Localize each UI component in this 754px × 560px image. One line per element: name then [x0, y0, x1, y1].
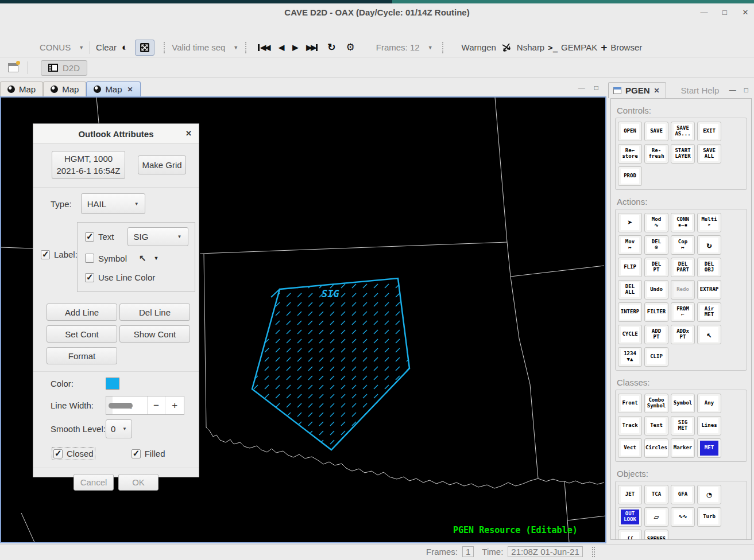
nsharp-button[interactable]: Nsharp: [517, 42, 544, 52]
minimize-icon[interactable]: —: [700, 8, 708, 17]
outlook-polygon[interactable]: [252, 278, 409, 450]
contrast-icon[interactable]: ◐: [122, 42, 127, 52]
line-width-slider-handle[interactable]: [109, 403, 133, 409]
pgen-action-flip[interactable]: FLIP: [618, 258, 642, 277]
pgen-class-any[interactable]: Any: [697, 394, 721, 413]
pgen-tab-close-icon[interactable]: ✕: [654, 87, 660, 95]
pgen-class-track[interactable]: Track: [618, 416, 642, 435]
scale-dropdown-icon[interactable]: ▼: [79, 45, 84, 50]
pgen-action-add-x-point[interactable]: ADDx PT: [671, 325, 695, 344]
valid-time-selector[interactable]: Valid time seq: [172, 42, 225, 52]
view-minimize-icon[interactable]: —: [578, 84, 585, 92]
symbol-dropdown-icon[interactable]: ▼: [154, 255, 159, 261]
statusbar-drag-handle[interactable]: [592, 547, 595, 557]
pgen-control-open[interactable]: OPEN: [618, 122, 642, 141]
warngen-button[interactable]: Warngen: [462, 42, 496, 52]
pgen-action-clip[interactable]: CLIP: [644, 347, 668, 367]
pgen-action-copy[interactable]: Cop ↦: [671, 235, 695, 255]
set-cont-button[interactable]: Set Cont: [47, 325, 117, 343]
pgen-action-multi-select[interactable]: Multi ➤: [697, 213, 721, 232]
close-icon[interactable]: ✕: [741, 8, 749, 17]
pgen-object-spenes[interactable]: SPENES: [644, 530, 668, 540]
smooth-level-select[interactable]: 0: [106, 419, 132, 438]
pgen-action-airmet[interactable]: Air MET: [697, 302, 721, 322]
tab-close-icon[interactable]: ✕: [127, 85, 133, 94]
pgen-class-sigmet[interactable]: SIG MET: [671, 416, 695, 435]
pgen-action-extrap[interactable]: EXTRAP: [697, 280, 721, 300]
closed-checkbox[interactable]: [53, 449, 63, 458]
pgen-object-turb[interactable]: Turb: [697, 507, 721, 527]
type-select[interactable]: HAIL: [81, 193, 145, 214]
pgen-action-filter[interactable]: FILTER: [644, 302, 668, 322]
step-back-button[interactable]: ◀: [279, 43, 283, 52]
pgen-control-save-all[interactable]: SAVE ALL: [697, 144, 721, 164]
skip-to-first-button[interactable]: ◀◀: [258, 43, 269, 52]
pgen-class-vect[interactable]: Vect: [618, 438, 642, 458]
pgen-control-save-as[interactable]: SAVE AS...: [671, 122, 695, 141]
pgen-object-watch[interactable]: ◔: [697, 485, 721, 504]
pgen-control-exit[interactable]: EXIT: [697, 122, 721, 141]
show-cont-button[interactable]: Show Cont: [119, 325, 190, 343]
format-button[interactable]: Format: [47, 347, 117, 364]
view-maximize-icon[interactable]: □: [594, 84, 598, 92]
pgen-action-select[interactable]: ➤: [618, 213, 642, 232]
pgen-action-delete-obj[interactable]: DEL OBJ: [697, 258, 721, 277]
make-grid-button[interactable]: Make Grid: [138, 155, 186, 174]
pgen-object-gfa[interactable]: GFA: [671, 485, 695, 504]
pgen-action-connect[interactable]: CONN ▪—▪: [671, 213, 695, 232]
line-width-spinner[interactable]: 2 − +: [106, 396, 184, 415]
loop-icon[interactable]: ↻: [327, 42, 335, 52]
pgen-action-renumber[interactable]: 1234 ▼▲: [618, 347, 642, 367]
pgen-control-start-layer[interactable]: START LAYER: [671, 144, 695, 164]
symbol-checkbox[interactable]: [85, 254, 94, 263]
pgen-class-lines[interactable]: Lines: [697, 416, 721, 435]
filled-checkbox[interactable]: [132, 449, 141, 458]
step-forward-button[interactable]: ▶: [292, 43, 297, 52]
start-help-tab[interactable]: Start Help: [681, 85, 720, 95]
pgen-class-symbol[interactable]: Symbol: [671, 394, 695, 413]
text-checkbox[interactable]: [85, 232, 94, 242]
frames-dropdown-icon[interactable]: ▼: [428, 45, 433, 50]
line-width-decrement-button[interactable]: −: [148, 396, 166, 414]
pgen-object-wave[interactable]: ∿∿: [671, 507, 695, 527]
pgen-action-delete-part[interactable]: DEL PART: [671, 258, 695, 277]
pgen-action-rotate[interactable]: ↻: [697, 235, 721, 255]
pgen-class-combo-symbol[interactable]: Combo Symbol: [644, 394, 668, 413]
valid-time-dropdown-icon[interactable]: ▼: [233, 45, 238, 50]
gempak-plus-icon[interactable]: +: [601, 41, 607, 54]
pgen-minimize-icon[interactable]: —: [729, 86, 736, 94]
dialog-close-icon[interactable]: ✕: [185, 129, 192, 138]
pgen-class-marker[interactable]: Marker: [671, 438, 695, 458]
nsharp-terminal-icon[interactable]: >_: [548, 43, 558, 52]
frames-selector[interactable]: Frames: 12: [376, 42, 420, 52]
open-perspective-icon[interactable]: [8, 63, 18, 72]
pgen-action-modify-point[interactable]: ↖: [697, 325, 721, 344]
pgen-action-undo[interactable]: Undo: [644, 280, 668, 300]
line-width-increment-button[interactable]: +: [165, 396, 184, 414]
ok-button[interactable]: OK: [118, 474, 158, 491]
add-line-button[interactable]: Add Line: [47, 304, 117, 321]
map-tab-3[interactable]: Map ✕: [86, 81, 140, 96]
pgen-class-circles[interactable]: Circles: [644, 438, 668, 458]
pgen-object-label-box[interactable]: ▱: [644, 507, 668, 527]
pgen-control-save[interactable]: SAVE: [644, 122, 668, 141]
pgen-object-icing[interactable]: ʃʃ: [618, 530, 642, 540]
d2d-perspective-button[interactable]: D2D: [41, 60, 87, 76]
label-checkbox[interactable]: [41, 250, 50, 259]
expand-button[interactable]: [135, 40, 154, 56]
pgen-action-delete-point[interactable]: DEL PT: [644, 258, 668, 277]
time-options-gear-icon[interactable]: ⚙: [346, 42, 355, 52]
pgen-action-cycle[interactable]: CYCLE: [618, 325, 642, 344]
color-swatch[interactable]: [106, 378, 119, 390]
product-time-button[interactable]: HGMT, 1000 2021-6-1 16:54Z: [52, 151, 125, 179]
pgen-action-delete-all[interactable]: DEL ALL: [618, 280, 642, 300]
pgen-object-tca[interactable]: TCA: [644, 485, 668, 504]
pgen-class-text[interactable]: Text: [644, 416, 668, 435]
pgen-class-front[interactable]: Front: [618, 394, 642, 413]
pgen-tab[interactable]: PGEN ✕: [608, 82, 666, 98]
pgen-action-add-point[interactable]: ADD PT: [644, 325, 668, 344]
pgen-control-prod[interactable]: PROD: [618, 166, 642, 186]
pgen-action-modify[interactable]: Mod ∿: [644, 213, 668, 232]
pgen-maximize-icon[interactable]: □: [744, 86, 748, 94]
pgen-control-refresh[interactable]: Re- fresh: [644, 144, 668, 164]
